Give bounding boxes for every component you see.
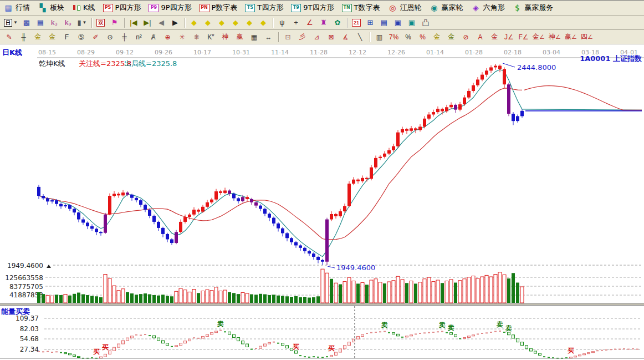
menu-item-pn-table[interactable]: PNP数字表 (200, 3, 238, 13)
gold-angle-button[interactable]: 金∠ (531, 32, 546, 43)
kline-chart[interactable]: 日K线 08-1508-2909-1209-2610-1710-3111-141… (0, 44, 644, 360)
date-tick: 12-12 (349, 49, 366, 56)
candle-style-button[interactable]: ▮▼ (75, 17, 89, 28)
gold-red-lines-button[interactable]: 金 (488, 32, 502, 43)
diamond-shift-left-button[interactable]: ◆ (187, 17, 201, 28)
ying-lines-button[interactable]: 赢 (233, 32, 247, 43)
menu-item-winner-wheel[interactable]: ◉赢家轮 (429, 3, 463, 13)
diamond-compress-button[interactable]: ◆ (229, 17, 242, 28)
box-select-button[interactable]: ⊡ (281, 32, 295, 43)
menu-item-winner-service[interactable]: $赢家服务 (512, 3, 553, 13)
grid-lines-button[interactable]: ╫ (17, 32, 30, 43)
diamond-shift-right-button[interactable]: ◆ (201, 17, 214, 28)
a-line-button[interactable]: Ⱥ (146, 32, 160, 43)
nav-last-button[interactable]: ▶| (141, 17, 154, 28)
diamond-expand-all-button[interactable]: ◆ (243, 17, 256, 28)
star-burst-button[interactable]: ✳ (175, 32, 189, 43)
energy-dot (401, 337, 403, 338)
percent-button[interactable]: % (401, 32, 415, 43)
fan-lines-button[interactable]: 彡 (295, 32, 309, 43)
seven-percent-button[interactable]: 7% (387, 32, 401, 43)
energy-bar (109, 351, 111, 354)
menu-item-quote-table[interactable]: ▦行情 (3, 3, 30, 13)
spiral-5-button[interactable]: ➄ (74, 32, 88, 43)
menu-item-tn-table[interactable]: TNT数字表 (342, 3, 380, 13)
chip-distribution-icon: ▩ (23, 18, 30, 27)
low-annotation: 1949.4600 (336, 263, 375, 272)
candle-body (246, 197, 249, 199)
hand-drag-button[interactable]: ψ (275, 17, 289, 28)
candle-body (312, 253, 315, 257)
nav-first-button[interactable]: |◀ (127, 17, 140, 28)
menu-item-gann-wheel[interactable]: ◎江恩轮 (387, 3, 421, 13)
gold-circle-button[interactable]: 金 (430, 32, 444, 43)
shen-angle-button[interactable]: 神∠ (547, 32, 563, 43)
a-red-lines-button[interactable]: A (473, 32, 487, 43)
draw-knife-button[interactable]: ✎ (2, 32, 16, 43)
candle-body (99, 232, 103, 233)
signal-markers-layer: 买买卖买买卖卖卖卖卖买 (93, 320, 574, 356)
pattern-shuang-button[interactable]: 双 (94, 17, 108, 28)
k-quote-button[interactable]: K″ (204, 32, 218, 43)
calculator-button[interactable]: ⊞ (364, 17, 377, 28)
crosshair-button[interactable]: + (289, 17, 303, 28)
f-angle-button[interactable]: F∠ (517, 32, 530, 43)
f10-info-button[interactable]: ▤ (34, 17, 47, 28)
nav-next-button[interactable]: ▶ (168, 17, 182, 28)
angle-lines-button[interactable]: ∡ (339, 32, 352, 43)
ying-angle-button[interactable]: 赢∠ (563, 32, 579, 43)
time-circle-button[interactable]: ⊙ (103, 32, 117, 43)
menu-item-ps-square[interactable]: PSP四方形 (103, 3, 141, 13)
j-angle-button[interactable]: J∠ (502, 32, 516, 43)
nav-prev-button[interactable]: ◀ (155, 17, 168, 28)
price-table-button[interactable]: ▥ (372, 32, 386, 43)
print-button[interactable]: 凸 (419, 17, 432, 28)
energy-bar (397, 334, 400, 336)
draw-knife-2-button[interactable]: ✐ (89, 32, 103, 43)
memo-button[interactable]: ▤ (377, 17, 391, 28)
chip-distribution-button[interactable]: ▩ (20, 17, 33, 28)
save-button[interactable]: ▣ (391, 17, 405, 28)
fibonacci-lines-icon: F (65, 33, 69, 41)
angle-measure-button[interactable]: ∠ (303, 17, 316, 28)
diamond-expand-h-button[interactable]: ◆ (215, 17, 228, 28)
menu-item-p9-square[interactable]: P99P四方形 (149, 3, 191, 13)
four-angle-button[interactable]: 四∠ (579, 32, 595, 43)
h-span-arrows-button[interactable]: ↔ (262, 32, 275, 43)
n-squared-button[interactable]: n² (132, 32, 146, 43)
color-flag-button[interactable]: ⚑ (108, 17, 121, 28)
gann-circle-button[interactable]: ⊕ (161, 32, 175, 43)
kline-small-3-button[interactable]: k₃ (48, 17, 61, 28)
time-knife-button[interactable]: ⊘ (459, 32, 473, 43)
gann-tool-button[interactable]: ♜ (317, 17, 330, 28)
analysis-tool-button[interactable]: ✿ (331, 17, 344, 28)
pattern-shuang-icon: 双 (96, 19, 105, 27)
period-day-button[interactable]: 日▼ (2, 17, 19, 28)
shen-lines-button[interactable]: 神 (218, 32, 232, 43)
save-export-button[interactable]: ▣ (405, 17, 418, 28)
diamond-expand-all-icon: ◆ (247, 18, 252, 27)
slash-line-button[interactable]: ╲ (353, 32, 367, 43)
volume-bar (463, 279, 466, 303)
calendar-21-button[interactable]: 21 (350, 17, 363, 28)
fibonacci-lines-button[interactable]: F (60, 32, 74, 43)
web-box-button[interactable]: ⊠ (324, 32, 338, 43)
golden-section-1-button[interactable]: 金 (31, 32, 45, 43)
volume-bar (401, 280, 404, 303)
menu-item-t9-square[interactable]: T99T四方形 (291, 3, 334, 13)
fan-box-button[interactable]: ⊿ (310, 32, 324, 43)
percent-lines-button[interactable]: % (416, 32, 430, 43)
dense-grid-button[interactable]: ▦ (247, 32, 261, 43)
golden-section-2-button[interactable]: 金 (45, 32, 59, 43)
menu-item-blocks[interactable]: ▚板块 (38, 3, 64, 13)
menu-item-hexagon[interactable]: ◈六角形 (471, 3, 504, 13)
gold-lines-2-button[interactable]: 金 (444, 32, 458, 43)
menu-item-ts-square[interactable]: TST四方形 (245, 3, 283, 13)
menu-item-kline[interactable]: K线 (72, 3, 95, 13)
spider-web-button[interactable]: ❋ (190, 32, 203, 43)
hash-lines-button[interactable]: ╪ (117, 32, 131, 43)
diamond-expand-v-button[interactable]: ◆ (257, 17, 270, 28)
panel-divider[interactable] (0, 303, 644, 306)
volume-bar (308, 298, 311, 303)
kline-small-9-button[interactable]: k₉ (62, 17, 75, 28)
